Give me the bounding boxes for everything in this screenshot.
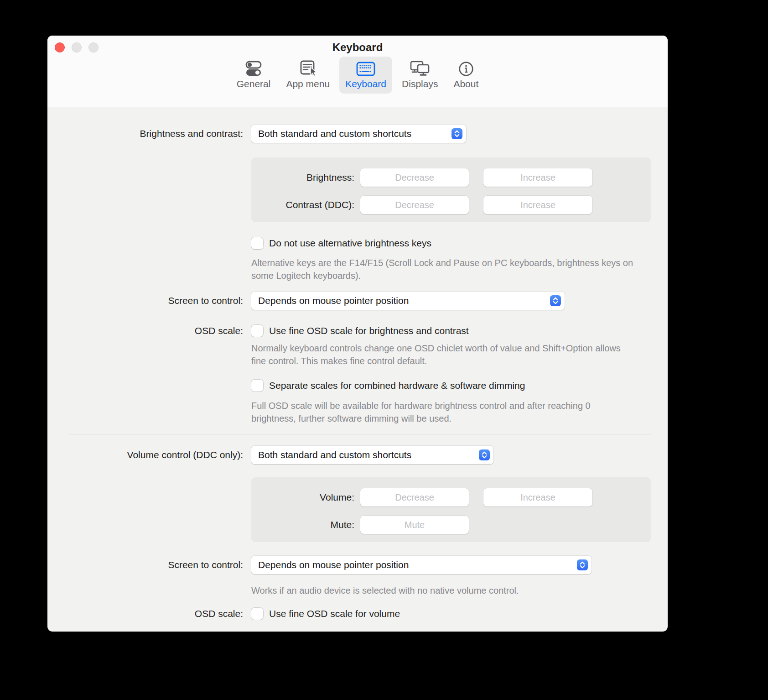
section-divider <box>69 434 651 434</box>
osd-scale-row: OSD scale: Use fine OSD scale for bright… <box>47 325 668 337</box>
brightness-mode-row: Brightness and contrast: Both standard a… <box>47 125 668 143</box>
tab-label: General <box>237 78 271 89</box>
volume-osd-fine-checkbox[interactable] <box>251 608 263 620</box>
volume-mode-label: Volume control (DDC only): <box>47 449 243 460</box>
volume-osd-fine-label: Use fine OSD scale for volume <box>269 608 400 619</box>
volume-osd-scale-label: OSD scale: <box>47 608 243 619</box>
osd-fine-label: Use fine OSD scale for brightness and co… <box>269 325 469 336</box>
info-circle-icon <box>455 60 477 78</box>
recorder-placeholder: Decrease <box>395 172 434 183</box>
separate-scales-row: Separate scales for combined hardware & … <box>251 380 668 392</box>
volume-osd-scale-row: OSD scale: Use fine OSD scale for volume <box>47 608 668 620</box>
brightness-decrease-recorder[interactable]: Decrease <box>360 168 469 187</box>
screen-to-control-popup[interactable]: Depends on mouse pointer position <box>251 292 565 310</box>
volume-mode-row: Volume control (DDC only): Both standard… <box>47 446 668 464</box>
volume-row-label: Volume: <box>251 492 354 503</box>
volume-decrease-recorder[interactable]: Decrease <box>360 488 469 507</box>
tab-displays[interactable]: Displays <box>396 57 444 94</box>
brightness-shortcuts-group: Brightness: Decrease Increase Contrast (… <box>251 157 651 222</box>
screen-to-control-row: Screen to control: Depends on mouse poin… <box>47 292 668 310</box>
osd-fine-checkbox[interactable] <box>251 325 263 337</box>
volume-shortcut-row: Volume: Decrease Increase <box>251 488 651 507</box>
brightness-mode-value: Both standard and custom shortcuts <box>258 128 411 139</box>
brightness-mode-label: Brightness and contrast: <box>47 128 243 139</box>
mute-row-label: Mute: <box>251 519 354 530</box>
volume-screen-help-text: Works if an audio device is selected wit… <box>251 584 637 597</box>
recorder-placeholder: Increase <box>520 492 555 503</box>
minimize-button[interactable] <box>72 42 82 52</box>
tab-label: About <box>453 78 478 89</box>
brightness-row-label: Brightness: <box>251 172 354 183</box>
alt-keys-help-text: Alternative keys are the F14/F15 (Scroll… <box>251 256 637 282</box>
mute-recorder[interactable]: Mute <box>360 516 469 534</box>
switches-icon <box>243 60 265 78</box>
volume-screen-to-control-value: Depends on mouse pointer position <box>258 559 409 570</box>
brightness-increase-recorder[interactable]: Increase <box>483 168 592 187</box>
separate-scales-checkbox[interactable] <box>251 380 263 392</box>
alt-keys-row: Do not use alternative brightness keys <box>251 237 668 249</box>
alt-keys-label: Do not use alternative brightness keys <box>269 238 431 249</box>
tab-label: Displays <box>402 78 438 89</box>
contrast-increase-recorder[interactable]: Increase <box>483 196 592 214</box>
window-title: Keyboard <box>47 36 668 54</box>
tab-label: App menu <box>286 78 330 89</box>
displays-icon <box>409 60 431 78</box>
settings-content: Brightness and contrast: Both standard a… <box>47 125 668 620</box>
tab-label: Keyboard <box>345 78 386 89</box>
volume-shortcuts-group: Volume: Decrease Increase Mute: Mute <box>251 477 651 542</box>
keyboard-icon <box>355 60 377 78</box>
contrast-row-label: Contrast (DDC): <box>251 199 354 210</box>
contrast-decrease-recorder[interactable]: Decrease <box>360 196 469 214</box>
menu-cursor-icon <box>297 60 319 78</box>
popup-chevrons-icon <box>479 449 490 460</box>
brightness-mode-popup[interactable]: Both standard and custom shortcuts <box>251 125 466 143</box>
volume-screen-to-control-row: Screen to control: Depends on mouse poin… <box>47 556 668 574</box>
popup-chevrons-icon <box>550 295 561 306</box>
zoom-button[interactable] <box>88 42 99 52</box>
tab-keyboard[interactable]: Keyboard <box>339 57 392 94</box>
alt-keys-checkbox[interactable] <box>251 237 263 249</box>
brightness-shortcut-row: Brightness: Decrease Increase <box>251 168 651 187</box>
separate-scales-help-text: Full OSD scale will be available for har… <box>251 399 637 425</box>
title-bar: Keyboard General <box>47 36 668 107</box>
tab-about[interactable]: About <box>447 57 484 94</box>
popup-chevrons-icon <box>451 128 462 139</box>
volume-screen-to-control-label: Screen to control: <box>47 559 243 570</box>
osd-fine-help-text: Normally keyboard controls change one OS… <box>251 342 637 367</box>
volume-increase-recorder[interactable]: Increase <box>483 488 592 507</box>
recorder-placeholder: Decrease <box>395 492 434 503</box>
volume-screen-to-control-popup[interactable]: Depends on mouse pointer position <box>251 556 592 574</box>
toolbar-tabs: General App menu <box>47 57 668 94</box>
popup-chevrons-icon <box>577 559 588 570</box>
recorder-placeholder: Increase <box>520 172 555 183</box>
recorder-placeholder: Increase <box>520 200 555 210</box>
osd-scale-label: OSD scale: <box>47 325 243 336</box>
tab-app-menu[interactable]: App menu <box>280 57 336 94</box>
volume-mode-popup[interactable]: Both standard and custom shortcuts <box>251 446 493 464</box>
screen-to-control-label: Screen to control: <box>47 295 243 306</box>
volume-osd-fine-row: Use fine OSD scale for volume <box>251 608 668 620</box>
mute-shortcut-row: Mute: Mute <box>251 516 651 534</box>
contrast-shortcut-row: Contrast (DDC): Decrease Increase <box>251 196 651 214</box>
window-controls <box>55 42 99 52</box>
close-button[interactable] <box>55 42 65 52</box>
recorder-placeholder: Mute <box>405 520 425 530</box>
preferences-window: Keyboard General <box>47 36 668 632</box>
osd-fine-row: Use fine OSD scale for brightness and co… <box>251 325 668 337</box>
volume-mode-value: Both standard and custom shortcuts <box>258 449 411 460</box>
tab-general[interactable]: General <box>231 57 277 94</box>
screen-to-control-value: Depends on mouse pointer position <box>258 295 409 306</box>
recorder-placeholder: Decrease <box>395 200 434 210</box>
separate-scales-label: Separate scales for combined hardware & … <box>269 380 525 391</box>
